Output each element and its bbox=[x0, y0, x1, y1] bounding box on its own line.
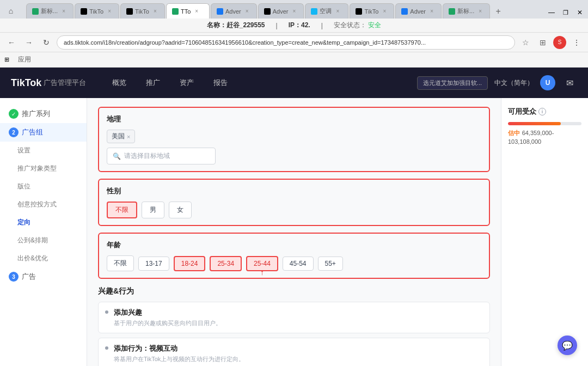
tab-close-4[interactable]: × bbox=[193, 8, 200, 15]
nav-overview[interactable]: 概览 bbox=[102, 68, 136, 98]
tab-close-2[interactable]: × bbox=[106, 8, 113, 15]
interest-content-1: 添加兴趣 基于用户的兴趣或购买意向约目目用户。 bbox=[114, 308, 222, 327]
browser-tab-2[interactable]: TikTo × bbox=[75, 3, 119, 19]
age-options: 不限 13-17 18-24 25-34 25-44 ↑ 45-54 55+ bbox=[107, 255, 481, 271]
interest-behavior-section: 兴趣&行为 添加兴趣 基于用户的兴趣或购买意向约目目用户。 添加行为：视频互动 … bbox=[98, 286, 490, 366]
sidebar-item-campaign[interactable]: ✓ 推广系列 bbox=[0, 105, 87, 123]
chat-icon: 💬 bbox=[562, 340, 573, 351]
settings-button[interactable]: ⋮ bbox=[569, 35, 584, 50]
sidebar-label-ads: 广告 bbox=[22, 272, 36, 282]
tab-close-9[interactable]: × bbox=[428, 8, 436, 15]
bookmark-button[interactable]: ☆ bbox=[518, 35, 532, 50]
nav-reports[interactable]: 报告 bbox=[204, 68, 237, 98]
refresh-button[interactable]: ↻ bbox=[39, 35, 53, 50]
sidebar-sub-audience-type[interactable]: 推广对象类型 bbox=[0, 160, 87, 178]
chat-bubble[interactable]: 💬 bbox=[558, 335, 577, 355]
gender-btn-all[interactable]: 不限 bbox=[107, 202, 137, 218]
age-btn-45-54[interactable]: 45-54 bbox=[283, 257, 314, 271]
tab-close-6[interactable]: × bbox=[290, 8, 298, 15]
browser-tab-3[interactable]: TikTo × bbox=[120, 3, 165, 19]
browser-tab-6[interactable]: Adver × bbox=[258, 3, 304, 19]
age-btn-55plus[interactable]: 55+ bbox=[318, 257, 343, 271]
browser-chrome: ⌂ 新标... × TikTo × TikTo × TTo × bbox=[0, 0, 588, 68]
nav-promote[interactable]: 推广 bbox=[136, 68, 170, 98]
tab-close-7[interactable]: × bbox=[334, 8, 341, 15]
extensions-button[interactable]: ⊞ bbox=[536, 35, 550, 50]
tab-label-6: Adver bbox=[273, 8, 289, 15]
window-close-button[interactable]: ✕ bbox=[574, 7, 586, 19]
minimize-button[interactable]: — bbox=[546, 7, 558, 19]
browser-tab-10[interactable]: 新标... × bbox=[443, 3, 490, 19]
audience-bar-bg bbox=[508, 122, 581, 125]
interest-dot-1 bbox=[105, 310, 108, 314]
age-btn-13-17[interactable]: 13-17 bbox=[138, 257, 169, 271]
search-icon: 🔍 bbox=[113, 152, 121, 160]
account-button[interactable]: 选元道艾加加强目软... bbox=[417, 76, 488, 90]
tab-favicon-1 bbox=[32, 8, 39, 15]
interest-item-2[interactable]: 添加行为：视频互动 将基用户在TikTok上与视频的互动行为进行定向。 bbox=[98, 338, 490, 366]
user-avatar[interactable]: U bbox=[540, 75, 555, 90]
interest-item-1[interactable]: 添加兴趣 基于用户的兴趣或购买意向约目目用户。 bbox=[98, 302, 490, 333]
location-tag-close[interactable]: × bbox=[127, 133, 130, 140]
sidebar-sub-targeting[interactable]: 定向 bbox=[0, 213, 87, 231]
browser-tab-9[interactable]: Adver × bbox=[395, 3, 442, 19]
nav-assets[interactable]: 资产 bbox=[170, 68, 204, 98]
tab-close-5[interactable]: × bbox=[243, 8, 251, 15]
gender-btn-female[interactable]: 女 bbox=[169, 202, 192, 218]
add-tab-button[interactable]: + bbox=[491, 4, 505, 19]
browser-tab-4[interactable]: TTo × bbox=[166, 3, 210, 19]
info-ip: IP：42. bbox=[289, 21, 310, 30]
tab-close-3[interactable]: × bbox=[151, 8, 159, 15]
sidebar-item-adgroup[interactable]: 2 广告组 bbox=[0, 123, 87, 142]
app-container: TikTok 广告管理平台 概览 推广 资产 报告 选元道艾加加强目软... 中… bbox=[0, 68, 588, 366]
main-content: ✓ 推广系列 2 广告组 设置 推广对象类型 版位 创意控投方式 定向 bbox=[0, 98, 588, 366]
tab-close-10[interactable]: × bbox=[476, 8, 484, 15]
profile-avatar[interactable]: S bbox=[553, 36, 566, 49]
age-btn-25-44[interactable]: 25-44 ↑ bbox=[246, 256, 278, 271]
gender-title: 性别 bbox=[107, 186, 481, 196]
age-btn-18-24[interactable]: 18-24 bbox=[174, 256, 206, 271]
sidebar-sub-schedule[interactable]: 公到&排期 bbox=[0, 231, 87, 249]
sidebar-sub-creative-control[interactable]: 创意控投方式 bbox=[0, 196, 87, 213]
tab-favicon-5 bbox=[217, 8, 223, 15]
tab-label-9: Adver bbox=[410, 8, 426, 15]
bookmarks-apps[interactable]: 应用 bbox=[14, 54, 35, 65]
sidebar: ✓ 推广系列 2 广告组 设置 推广对象类型 版位 创意控投方式 定向 bbox=[0, 98, 87, 366]
browser-tab-1[interactable]: 新标... × bbox=[26, 3, 74, 19]
mail-icon[interactable]: ✉ bbox=[562, 75, 577, 90]
location-search[interactable]: 🔍 请选择目标地域 bbox=[107, 148, 216, 164]
tab-close-1[interactable]: × bbox=[60, 8, 68, 15]
sidebar-sub-placement[interactable]: 版位 bbox=[0, 178, 87, 196]
gender-btn-male[interactable]: 男 bbox=[142, 202, 164, 218]
sidebar-item-ads[interactable]: 3 广告 bbox=[0, 267, 87, 286]
tab-favicon-8 bbox=[356, 8, 362, 15]
sidebar-label-campaign: 推广系列 bbox=[22, 109, 50, 119]
interest-behavior-title: 兴趣&行为 bbox=[98, 286, 490, 296]
interest-dot-2 bbox=[105, 346, 108, 350]
interest-title-1: 添加兴趣 bbox=[114, 308, 222, 318]
address-input[interactable] bbox=[57, 35, 515, 50]
forward-button[interactable]: → bbox=[22, 35, 36, 50]
info-bar: 名称：赶谷_229555 | IP：42. | 安全状态： 安全 bbox=[0, 19, 588, 33]
app-header: TikTok 广告管理平台 概览 推广 资产 报告 选元道艾加加强目软... 中… bbox=[0, 68, 588, 98]
age-btn-25-34[interactable]: 25-34 bbox=[210, 256, 242, 271]
tab-label-2: TikTo bbox=[89, 8, 103, 15]
step2-number-icon: 2 bbox=[9, 127, 19, 137]
language-button[interactable]: 中文（简年） bbox=[494, 78, 534, 88]
age-btn-all[interactable]: 不限 bbox=[107, 255, 134, 271]
browser-tab-8[interactable]: TikTo × bbox=[350, 3, 394, 19]
sidebar-sub-settings[interactable]: 设置 bbox=[0, 142, 87, 160]
home-icon[interactable]: ⌂ bbox=[3, 3, 19, 19]
browser-tab-7[interactable]: 空调 × bbox=[305, 3, 348, 19]
sidebar-sub-bidding[interactable]: 出价&优化 bbox=[0, 249, 87, 267]
age-section: 年龄 不限 13-17 18-24 25-34 25-44 ↑ 45-54 55… bbox=[98, 233, 490, 279]
tab-label-1: 新标... bbox=[41, 7, 58, 15]
audience-info-icon[interactable]: i bbox=[538, 108, 546, 115]
back-button[interactable]: ← bbox=[4, 35, 19, 50]
restore-button[interactable]: ❐ bbox=[560, 7, 572, 19]
tab-close-8[interactable]: × bbox=[381, 8, 388, 15]
browser-tab-5[interactable]: Adver × bbox=[211, 3, 257, 19]
tab-favicon-9 bbox=[401, 8, 408, 15]
tab-label-5: Adver bbox=[225, 8, 241, 15]
location-section: 地理 美国 × 🔍 请选择目标地域 bbox=[98, 107, 490, 172]
